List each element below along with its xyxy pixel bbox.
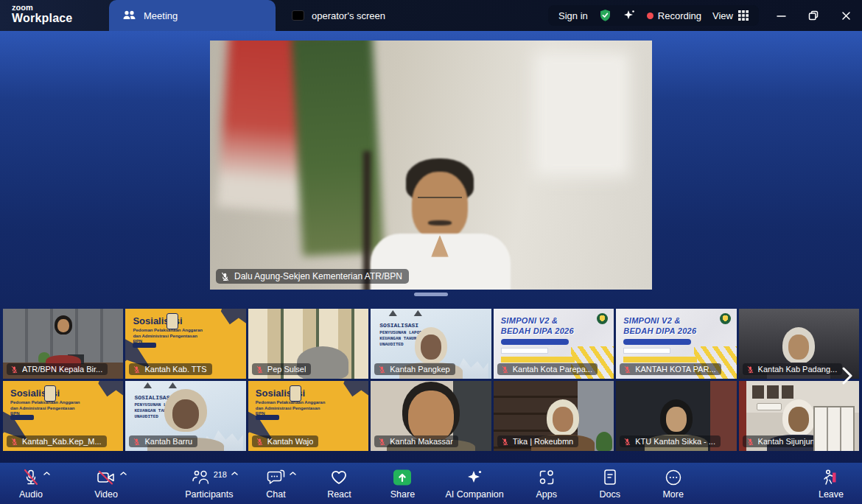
muted-mic-icon — [256, 438, 264, 446]
view-button[interactable]: View — [712, 10, 749, 21]
participant-name: Kantah Kab Padang... — [758, 365, 838, 374]
restore-button[interactable] — [797, 0, 830, 31]
muted-mic-icon — [501, 438, 509, 446]
participant-figure — [30, 315, 97, 367]
docs-label: Docs — [599, 489, 620, 500]
participants-options-chevron[interactable] — [231, 471, 239, 476]
participant-name: ATR/BPN Kepala Bir... — [22, 365, 102, 374]
apps-button[interactable]: Apps — [526, 463, 567, 504]
docs-button[interactable]: Docs — [589, 463, 631, 504]
plant — [596, 432, 612, 451]
audio-options-chevron[interactable] — [43, 471, 51, 476]
zoom-window: zoom Workplace Meeting operator's screen… — [0, 0, 862, 504]
recording-indicator: Recording — [647, 10, 701, 21]
participant-nametag: Kantah_Kab.Kep_M... — [7, 435, 107, 447]
grid-view-icon — [738, 10, 749, 21]
participant-nametag: Kantah Makassar — [374, 435, 458, 447]
audio-label: Audio — [19, 489, 43, 500]
participants-icon — [192, 469, 211, 486]
sign-in-button[interactable]: Sign in — [558, 10, 588, 21]
leave-button[interactable]: Leave — [810, 463, 852, 504]
ai-companion-label: AI Companion — [445, 489, 503, 500]
participants-label: Participants — [185, 489, 233, 500]
apps-icon — [538, 469, 556, 486]
slide-date-bar — [501, 348, 548, 354]
participant-name: Kantah Wajo — [267, 437, 314, 446]
active-speaker-video[interactable]: Dalu Agung-Sekjen Kementerian ATR/BPN — [210, 41, 652, 290]
chat-label: Chat — [266, 489, 285, 500]
tab-operator-screen[interactable]: operator's screen — [280, 0, 427, 31]
heart-icon — [330, 469, 348, 486]
video-button[interactable]: Video — [85, 463, 127, 504]
participant-name: Kantah Sijunjung — [758, 437, 819, 446]
react-label: React — [327, 489, 351, 500]
tab-meeting-label: Meeting — [144, 10, 178, 21]
participant-nametag: Kantah Kab. TTS — [129, 363, 211, 375]
participant-name: Kantah_Kab.Kep_M... — [22, 437, 102, 446]
participant-tile[interactable]: Sosialisasi Pedoman Pelaksanaan Anggaran… — [3, 381, 123, 451]
gallery-next-page-button[interactable] — [837, 363, 858, 388]
video-label: Video — [94, 489, 118, 500]
muted-mic-icon — [501, 365, 509, 374]
apps-label: Apps — [536, 489, 557, 500]
ai-companion-button[interactable]: AI Companion — [445, 463, 503, 504]
participant-tile[interactable]: Pep Sulsel — [248, 309, 368, 379]
muted-mic-icon — [378, 438, 386, 446]
participant-tile[interactable]: Kantah Makassar — [371, 381, 491, 451]
muted-mic-icon — [133, 438, 141, 446]
participant-tile[interactable]: SIMPONI V2 & BEDAH DIPA 2026 Kantah Kota… — [494, 309, 614, 379]
docs-icon — [603, 469, 617, 486]
chat-button[interactable]: Chat — [255, 463, 296, 504]
slide-yellow-bar — [501, 357, 575, 363]
participant-nametag: Pep Sulsel — [252, 363, 312, 375]
slide-phone-graphic — [290, 385, 301, 402]
video-options-chevron[interactable] — [119, 471, 127, 476]
more-button[interactable]: More — [653, 463, 694, 504]
participant-nametag: Kantah Wajo — [252, 435, 319, 447]
gallery-drag-handle[interactable] — [414, 293, 448, 296]
muted-mic-icon — [623, 438, 631, 446]
chevron-right-icon — [841, 366, 853, 385]
participant-name: Kantah Kab. TTS — [144, 365, 206, 374]
titlebar: zoom Workplace Meeting operator's screen… — [0, 0, 862, 31]
participant-name: Kantah Pangkep — [390, 365, 449, 374]
participant-nametag: Kantah Kab Padang... — [743, 363, 843, 375]
participant-tile[interactable]: Sosialisasi Pedoman Pelaksanaan Anggaran… — [125, 309, 245, 379]
participant-nametag: KTU Kantah Sikka - ... — [620, 435, 721, 447]
screen-thumbnail-icon — [292, 10, 304, 21]
participant-tile[interactable]: SOSIALISASI PENYUSUNAN LAPORAN KEUANGAN … — [371, 309, 491, 379]
slide-title-line1: SIMPONI V2 & — [501, 316, 558, 325]
share-button[interactable]: Share — [382, 463, 423, 504]
participant-name: Kantah Kota Parepa... — [513, 365, 592, 374]
tab-operator-label: operator's screen — [312, 10, 385, 21]
ai-companion-sparkle-icon[interactable] — [623, 9, 636, 22]
slide-title-line2: BEDAH DIPA 2026 — [623, 326, 696, 335]
chat-options-chevron[interactable] — [289, 471, 297, 476]
participant-nametag: Kantah Barru — [129, 435, 197, 447]
participant-nametag: Kantah Pangkep — [374, 363, 455, 375]
slide-phone-graphic — [167, 313, 178, 329]
participant-tile[interactable]: Sosialisasi Pedoman Pelaksanaan Anggaran… — [248, 381, 368, 451]
participant-name: KANTAH KOTA PAR... — [635, 365, 715, 374]
encryption-shield-icon[interactable] — [599, 9, 612, 22]
audio-button[interactable]: Audio — [10, 463, 52, 504]
speaker-nametag: Dalu Agung-Sekjen Kementerian ATR/BPN — [216, 269, 409, 284]
participant-tile[interactable]: KTU Kantah Sikka - ... — [616, 381, 736, 451]
minimize-button[interactable] — [765, 0, 797, 31]
muted-mic-icon — [220, 272, 230, 281]
view-label: View — [712, 10, 733, 21]
slide-date-pill — [256, 415, 279, 420]
brand-zoom: zoom — [12, 4, 72, 13]
participant-tile[interactable]: ATR/BPN Kepala Bir... — [3, 309, 123, 379]
participant-tile[interactable]: SIMPONI V2 & BEDAH DIPA 2026 KANTAH KOTA… — [616, 309, 736, 379]
react-button[interactable]: React — [318, 463, 360, 504]
tab-meeting[interactable]: Meeting — [109, 0, 276, 31]
participant-tile[interactable]: Tika | Rokeubmn — [494, 381, 614, 451]
speaker-name: Dalu Agung-Sekjen Kementerian ATR/BPN — [234, 271, 402, 281]
meeting-toolbar: Audio Video — [0, 463, 862, 504]
participant-tile[interactable]: SOSIALISASI PENYUSUNAN LAPORAN KEUANGAN … — [125, 381, 245, 451]
participants-button[interactable]: 218 Participants — [185, 463, 233, 504]
close-button[interactable] — [830, 0, 862, 31]
muted-mic-icon — [133, 365, 141, 374]
participant-tile[interactable]: Kantah Sijunjung — [739, 381, 859, 451]
